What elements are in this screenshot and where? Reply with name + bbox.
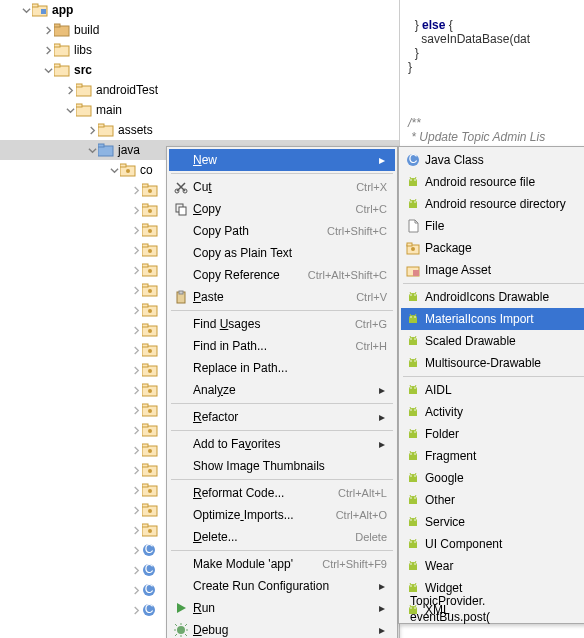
menu-item-copy-as-plain-text[interactable]: Copy as Plain Text [169,242,395,264]
svg-rect-12 [76,104,82,107]
menu-item-multisource-drawable[interactable]: Multisource-Drawable [401,352,584,374]
chevron-right-icon[interactable] [130,204,142,216]
svg-point-122 [414,387,416,389]
menu-item-android-resource-directory[interactable]: Android resource directory [401,193,584,215]
chevron-right-icon[interactable] [130,504,142,516]
menu-item-google[interactable]: Google▸ [401,467,584,489]
svg-point-141 [410,497,412,499]
menu-item-activity[interactable]: Activity▸ [401,401,584,423]
menu-item-find-usages[interactable]: Find UsagesCtrl+G [169,313,395,335]
tree-row-androidtest[interactable]: androidTest [0,80,399,100]
svg-rect-45 [142,344,148,347]
tree-row-app[interactable]: app [0,0,399,20]
svg-point-138 [414,475,416,477]
menu-item-make-module-app[interactable]: Make Module 'app'Ctrl+Shift+F9 [169,553,395,575]
chevron-right-icon[interactable] [130,264,142,276]
svg-rect-2 [41,9,46,14]
tree-row-libs[interactable]: libs [0,40,399,60]
menu-item-delete[interactable]: Delete...Delete [169,526,395,548]
svg-point-19 [126,169,130,173]
chevron-down-icon[interactable] [86,144,98,156]
menu-item-new[interactable]: New▸ [169,149,395,171]
menu-item-label: AndroidIcons Drawable [425,290,584,304]
chevron-down-icon[interactable] [64,104,76,116]
chevron-right-icon[interactable] [42,44,54,56]
tree-row-build[interactable]: build [0,20,399,40]
chevron-right-icon[interactable] [130,424,142,436]
menu-item-wear[interactable]: Wear▸ [401,555,584,577]
chevron-right-icon[interactable] [130,184,142,196]
chevron-down-icon[interactable] [20,4,32,16]
package-icon [142,483,158,497]
chevron-down-icon[interactable] [42,64,54,76]
chevron-right-icon[interactable] [64,84,76,96]
menu-item-create-run-configuration[interactable]: Create Run Configuration▸ [169,575,395,597]
chevron-right-icon[interactable] [130,604,142,616]
menu-item-androidicons-drawable[interactable]: AndroidIcons Drawable [401,286,584,308]
chevron-right-icon[interactable] [130,404,142,416]
chevron-right-icon[interactable] [130,284,142,296]
menu-item-folder[interactable]: Folder▸ [401,423,584,445]
tree-row-main[interactable]: main [0,100,399,120]
chevron-right-icon[interactable] [130,584,142,596]
menu-item-file[interactable]: File [401,215,584,237]
chevron-right-icon[interactable] [130,304,142,316]
menu-item-cut[interactable]: CutCtrl+X [169,176,395,198]
menu-item-paste[interactable]: PasteCtrl+V [169,286,395,308]
svg-rect-21 [142,184,148,187]
menu-item-analyze[interactable]: Analyze▸ [169,379,395,401]
chevron-right-icon[interactable] [130,364,142,376]
menu-item-debug[interactable]: Debug▸ [169,619,395,638]
chevron-right-icon[interactable] [130,564,142,576]
chevron-right-icon[interactable] [130,544,142,556]
menu-separator [171,550,393,551]
chevron-right-icon[interactable] [130,384,142,396]
menu-item-image-asset[interactable]: Image Asset [401,259,584,281]
menu-item-service[interactable]: Service▸ [401,511,584,533]
chevron-right-icon[interactable] [130,224,142,236]
menu-item-fragment[interactable]: Fragment▸ [401,445,584,467]
menu-item-optimize-imports[interactable]: Optimize Imports...Ctrl+Alt+O [169,504,395,526]
menu-item-copy-path[interactable]: Copy PathCtrl+Shift+C [169,220,395,242]
menu-item-scaled-drawable[interactable]: Scaled Drawable [401,330,584,352]
menu-item-copy-reference[interactable]: Copy ReferenceCtrl+Alt+Shift+C [169,264,395,286]
menu-item-add-to-favorites[interactable]: Add to Favorites▸ [169,433,395,455]
chevron-right-icon[interactable] [86,124,98,136]
svg-rect-24 [142,204,148,207]
menu-separator [171,430,393,431]
menu-item-package[interactable]: Package [401,237,584,259]
chevron-right-icon[interactable] [130,484,142,496]
menu-item-shortcut: Ctrl+Alt+L [338,487,387,499]
tree-row-assets[interactable]: assets [0,120,399,140]
menu-item-java-class[interactable]: CJava Class [401,149,584,171]
chevron-right-icon[interactable] [42,24,54,36]
image-icon [405,263,421,277]
menu-item-other[interactable]: Other▸ [401,489,584,511]
menu-item-android-resource-file[interactable]: Android resource file [401,171,584,193]
new-submenu[interactable]: CJava ClassAndroid resource fileAndroid … [398,146,584,624]
menu-item-copy[interactable]: CopyCtrl+C [169,198,395,220]
menu-item-show-image-thumbnails[interactable]: Show Image Thumbnails [169,455,395,477]
menu-item-materialicons-import[interactable]: MaterialIcons Import [401,308,584,330]
chevron-right-icon[interactable] [130,244,142,256]
menu-item-aidl[interactable]: AIDL▸ [401,379,584,401]
tree-row-src[interactable]: src [0,60,399,80]
svg-rect-66 [142,484,148,487]
menu-item-replace-in-path[interactable]: Replace in Path... [169,357,395,379]
chevron-right-icon[interactable] [130,324,142,336]
package-icon [142,343,158,357]
menu-item-reformat-code[interactable]: Reformat Code...Ctrl+Alt+L [169,482,395,504]
menu-item-ui-component[interactable]: UI Component▸ [401,533,584,555]
menu-item-refactor[interactable]: Refactor▸ [169,406,395,428]
menu-item-label: Create Run Configuration [193,579,373,593]
svg-point-117 [410,360,412,362]
chevron-right-icon[interactable] [130,524,142,536]
svg-point-34 [148,269,152,273]
chevron-right-icon[interactable] [130,444,142,456]
chevron-right-icon[interactable] [130,344,142,356]
menu-item-run[interactable]: Run▸ [169,597,395,619]
context-menu[interactable]: New▸CutCtrl+XCopyCtrl+CCopy PathCtrl+Shi… [166,146,398,638]
menu-item-find-in-path[interactable]: Find in Path...Ctrl+H [169,335,395,357]
chevron-down-icon[interactable] [108,164,120,176]
chevron-right-icon[interactable] [130,464,142,476]
